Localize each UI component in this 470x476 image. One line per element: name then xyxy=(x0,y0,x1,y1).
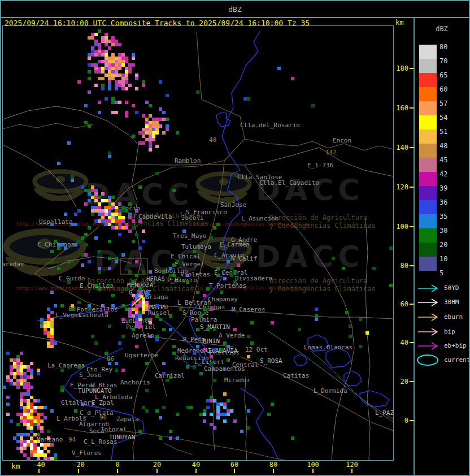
legend-item-label: 50YD xyxy=(444,285,459,292)
legend-item-label: eb+bip xyxy=(444,343,467,349)
dbz-scale-block xyxy=(419,129,437,144)
right-axis-tick-label: 0 xyxy=(394,417,408,425)
dbz-scale-value: 10 xyxy=(439,256,456,262)
dbz-scale-block xyxy=(419,158,437,172)
bottom-axis-tick-label: 20 xyxy=(153,461,161,469)
track-arrow-icon xyxy=(416,339,443,353)
right-axis-tick-mark xyxy=(410,342,414,343)
bottom-axis-tick-label: 60 xyxy=(230,461,238,469)
bottom-axis-tick-mark xyxy=(117,469,118,473)
right-axis-tick-mark xyxy=(410,381,414,382)
legend-item-label: bip xyxy=(444,328,455,335)
dbz-scale-block xyxy=(419,144,437,158)
dbz-scale-value: 65 xyxy=(439,72,456,79)
bottom-km-axis: km -40-20020406080100120 xyxy=(2,460,414,475)
bottom-axis-tick-mark xyxy=(156,469,158,473)
legend-panel: dBZ 807065605754514845423936353020105 50… xyxy=(415,17,469,475)
right-axis-tick-mark xyxy=(410,187,414,188)
track-arrow-icon xyxy=(416,282,443,295)
bottom-axis-tick-label: 80 xyxy=(269,461,277,469)
dbz-scale-block xyxy=(419,101,437,115)
right-axis-tick-mark xyxy=(410,265,414,266)
right-axis-tick-mark xyxy=(410,304,414,305)
right-axis-tick-mark xyxy=(410,107,414,109)
legend-item-label: current xyxy=(444,357,470,364)
bottom-axis-tick-mark xyxy=(234,469,235,473)
right-axis-tick-label: 160 xyxy=(394,104,408,112)
dbz-scale-value: 36 xyxy=(439,199,456,206)
right-axis-tick-label: 80 xyxy=(394,262,408,270)
bottom-axis-tick-label: 100 xyxy=(307,461,319,469)
dbz-scale-value: 35 xyxy=(439,213,456,220)
legend-item-current: current xyxy=(416,353,443,366)
track-arrow-icon xyxy=(416,310,443,324)
right-axis-tick-label: 120 xyxy=(394,183,408,191)
dbz-scale-block xyxy=(419,228,437,243)
dbz-scale-value: 5 xyxy=(439,270,456,276)
dbz-scale-block xyxy=(419,172,437,186)
dbz-scale-block xyxy=(419,115,437,129)
storm-track-layer xyxy=(3,26,393,460)
title-bar: dBZ xyxy=(1,1,469,18)
bottom-axis-tick-mark xyxy=(38,469,40,473)
dbz-scale-value: 70 xyxy=(439,58,456,64)
bottom-axis-tick-mark xyxy=(78,469,79,473)
track-arrow-icon xyxy=(416,296,443,309)
current-cell-icon xyxy=(416,353,443,367)
dbz-scale-block xyxy=(419,59,437,73)
radar-app-window: dBZ 2025/09/24 16:10:00 UTC Composite Tr… xyxy=(0,0,470,476)
dbz-scale-value: 30 xyxy=(439,227,456,234)
right-axis-tick-label: 40 xyxy=(394,339,408,347)
dbz-scale-block xyxy=(419,243,437,257)
legend-item-label: 30HM xyxy=(444,299,459,306)
dbz-scale-block xyxy=(419,186,437,200)
right-axis-tick-label: 20 xyxy=(394,378,408,386)
right-axis-tick-label: 60 xyxy=(394,300,408,308)
right-axis-tick-mark xyxy=(410,226,414,227)
right-axis-tick-label: 180 xyxy=(394,64,408,72)
dbz-scale-block xyxy=(419,45,437,59)
dbz-scale-value: 42 xyxy=(439,171,456,178)
bottom-axis-tick-label: 40 xyxy=(192,461,200,469)
right-axis-tick-label: 140 xyxy=(394,144,408,152)
radar-map-viewport: DACCDirección de Agriculturay Contingenc… xyxy=(2,25,394,461)
dbz-scale-value: 80 xyxy=(439,44,456,50)
right-axis-tick-mark xyxy=(410,68,414,69)
dbz-scale-block xyxy=(419,214,437,228)
right-axis-tick-mark xyxy=(410,420,414,421)
bottom-axis-tick-label: -40 xyxy=(33,461,45,469)
panel-dbz-label: dBZ xyxy=(415,25,469,33)
bottom-axis-tick-mark xyxy=(312,469,314,473)
right-axis-tick-mark xyxy=(410,147,414,148)
dbz-scale-block xyxy=(419,200,437,214)
bottom-axis-tick-label: -20 xyxy=(72,461,85,469)
bottom-axis-tick-mark xyxy=(273,469,274,473)
legend-item-50YD: 50YD xyxy=(416,282,443,294)
track-arrow-icon xyxy=(416,325,443,339)
legend-item-bip: bip xyxy=(416,325,443,337)
dbz-scale-value: 57 xyxy=(439,100,456,107)
right-km-axis: 180160140120100806040200 xyxy=(394,25,414,460)
bottom-axis-tick-mark xyxy=(195,469,197,473)
title-dbz-label: dBZ xyxy=(228,5,241,14)
dbz-scale-value: 60 xyxy=(439,86,456,93)
bottom-axis-tick-label: 120 xyxy=(346,461,358,469)
bottom-axis-unit-label: km xyxy=(11,462,20,470)
right-axis-tick-label: 100 xyxy=(394,223,408,231)
dbz-scale-value: 39 xyxy=(439,185,456,192)
legend-item-30HM: 30HM xyxy=(416,296,443,308)
dbz-scale-block xyxy=(419,73,437,87)
bottom-axis-tick-mark xyxy=(351,469,352,473)
dbz-scale-block xyxy=(419,87,437,101)
dbz-scale-value: 51 xyxy=(439,128,456,135)
dbz-scale-block xyxy=(419,257,437,271)
legend-item-ebbip: eb+bip xyxy=(416,339,443,352)
legend-item-label: eburn xyxy=(444,314,463,321)
dbz-scale-value: 54 xyxy=(439,114,456,121)
bottom-axis-tick-label: 0 xyxy=(115,461,119,469)
dbz-scale-value: 20 xyxy=(439,241,456,248)
legend-item-eburn: eburn xyxy=(416,310,443,323)
dbz-scale-value: 48 xyxy=(439,142,456,149)
dbz-scale-value: 45 xyxy=(439,157,456,163)
